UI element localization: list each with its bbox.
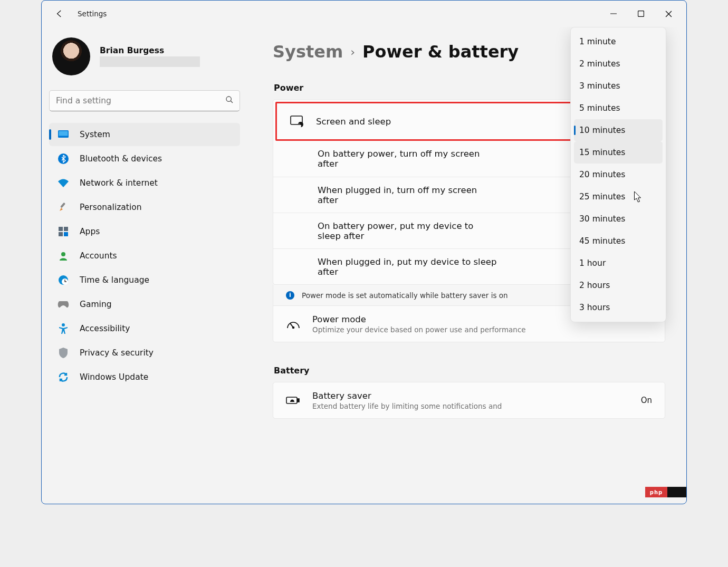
dropdown-option[interactable]: 5 minutes (574, 97, 663, 119)
sidebar-item-accessibility[interactable]: Accessibility (49, 317, 240, 340)
main-content: System › Power & battery Power Screen an… (247, 27, 686, 504)
dropdown-option[interactable]: 45 minutes (574, 230, 663, 252)
user-name: Brian Burgess (100, 46, 200, 55)
duration-dropdown[interactable]: 1 minute 2 minutes 3 minutes 5 minutes 1… (570, 27, 666, 322)
back-button[interactable] (51, 5, 68, 22)
dropdown-option[interactable]: 2 hours (574, 274, 663, 296)
svg-point-2 (226, 97, 231, 101)
sidebar-item-accounts[interactable]: Accounts (49, 244, 240, 267)
sidebar-item-gaming[interactable]: Gaming (49, 293, 240, 316)
dropdown-option-selected[interactable]: 10 minutes (574, 119, 663, 141)
svg-point-14 (62, 323, 65, 326)
user-block[interactable]: Brian Burgess (49, 37, 240, 84)
avatar (52, 37, 90, 75)
apps-icon (58, 226, 69, 237)
sidebar-item-label: Apps (80, 227, 100, 236)
watermark-logo: php (645, 487, 686, 497)
setting-label: On battery power, put my device to sleep… (318, 221, 497, 241)
svg-rect-9 (59, 232, 63, 236)
power-mode-title: Power mode (312, 314, 526, 324)
maximize-button[interactable] (627, 4, 655, 24)
sidebar-item-apps[interactable]: Apps (49, 220, 240, 243)
chevron-right-icon: › (350, 45, 355, 59)
wifi-icon (58, 177, 69, 189)
display-icon (58, 129, 69, 140)
search-input[interactable] (49, 90, 240, 111)
setting-label: On battery power, turn off my screen aft… (318, 149, 497, 169)
dropdown-option[interactable]: 30 minutes (574, 208, 663, 230)
sidebar-item-personalization[interactable]: Personalization (49, 196, 240, 219)
close-button[interactable] (655, 4, 682, 24)
paintbrush-icon (58, 201, 69, 213)
svg-rect-8 (64, 227, 68, 231)
settings-window: Settings Brian Burgess (41, 0, 687, 504)
nav-list: System Bluetooth & devices Network & int… (49, 123, 240, 389)
sidebar-item-label: Windows Update (80, 372, 148, 382)
sidebar-item-label: Bluetooth & devices (80, 154, 162, 164)
update-icon (58, 371, 69, 383)
sidebar-item-update[interactable]: Windows Update (49, 366, 240, 389)
sidebar-item-label: Privacy & security (80, 348, 154, 358)
battery-saver-value: On (641, 396, 652, 405)
section-battery-header: Battery (274, 366, 665, 376)
power-mode-sub: Optimize your device based on power use … (312, 325, 526, 334)
battery-saver-title: Battery saver (312, 391, 502, 401)
screen-sleep-icon (290, 116, 304, 127)
minimize-button[interactable] (600, 4, 627, 24)
title-bar: Settings (42, 1, 686, 27)
sidebar-item-label: Personalization (80, 203, 142, 212)
svg-rect-4 (59, 131, 68, 136)
sidebar-item-privacy[interactable]: Privacy & security (49, 341, 240, 364)
svg-rect-10 (64, 232, 68, 236)
svg-rect-6 (60, 203, 65, 208)
dropdown-option-hover[interactable]: 15 minutes (574, 141, 663, 164)
svg-point-11 (61, 252, 65, 256)
screen-sleep-title: Screen and sleep (316, 117, 391, 127)
sidebar-item-label: Network & internet (80, 178, 158, 188)
setting-label: When plugged in, put my device to sleep … (318, 257, 497, 277)
dropdown-option[interactable]: 20 minutes (574, 164, 663, 186)
info-text: Power mode is set automatically while ba… (302, 291, 508, 300)
gauge-icon (286, 319, 301, 329)
dropdown-option[interactable]: 25 minutes (574, 186, 663, 208)
sidebar-item-label: Gaming (80, 300, 112, 309)
svg-rect-0 (610, 14, 617, 14)
sidebar: Brian Burgess System Bluetooth & devices (42, 27, 247, 504)
dropdown-option[interactable]: 3 minutes (574, 75, 663, 97)
battery-saver-sub: Extend battery life by limiting some not… (312, 402, 502, 410)
shield-icon (58, 347, 69, 359)
svg-rect-7 (59, 227, 63, 231)
battery-saver-card[interactable]: Battery saver Extend battery life by lim… (273, 382, 665, 419)
info-icon: i (286, 291, 294, 300)
search-icon (225, 95, 234, 106)
dropdown-option[interactable]: 3 hours (574, 296, 663, 319)
breadcrumb-parent[interactable]: System (273, 42, 343, 62)
breadcrumb-current: Power & battery (362, 42, 519, 62)
app-title: Settings (78, 9, 107, 18)
bluetooth-icon (58, 153, 69, 165)
sidebar-item-label: Accessibility (80, 324, 130, 333)
sidebar-item-system[interactable]: System (49, 123, 240, 146)
battery-saver-row[interactable]: Battery saver Extend battery life by lim… (273, 382, 665, 418)
sidebar-item-time[interactable]: Time & language (49, 268, 240, 292)
sidebar-item-label: Time & language (80, 275, 149, 285)
user-email-placeholder (100, 56, 200, 67)
battery-leaf-icon (286, 396, 301, 405)
accessibility-icon (58, 323, 69, 334)
setting-label: When plugged in, turn off my screen afte… (318, 185, 497, 205)
svg-rect-18 (298, 399, 299, 402)
search-box (49, 90, 240, 111)
sidebar-item-label: Accounts (80, 251, 117, 261)
sidebar-item-label: System (80, 130, 110, 139)
sidebar-item-bluetooth[interactable]: Bluetooth & devices (49, 147, 240, 170)
sidebar-item-network[interactable]: Network & internet (49, 171, 240, 195)
dropdown-option[interactable]: 1 minute (574, 31, 663, 53)
svg-point-16 (293, 327, 294, 329)
person-icon (58, 250, 69, 262)
gamepad-icon (58, 299, 69, 310)
dropdown-option[interactable]: 2 minutes (574, 53, 663, 75)
svg-rect-1 (638, 11, 644, 17)
dropdown-option[interactable]: 1 hour (574, 252, 663, 274)
clock-globe-icon (58, 274, 69, 286)
